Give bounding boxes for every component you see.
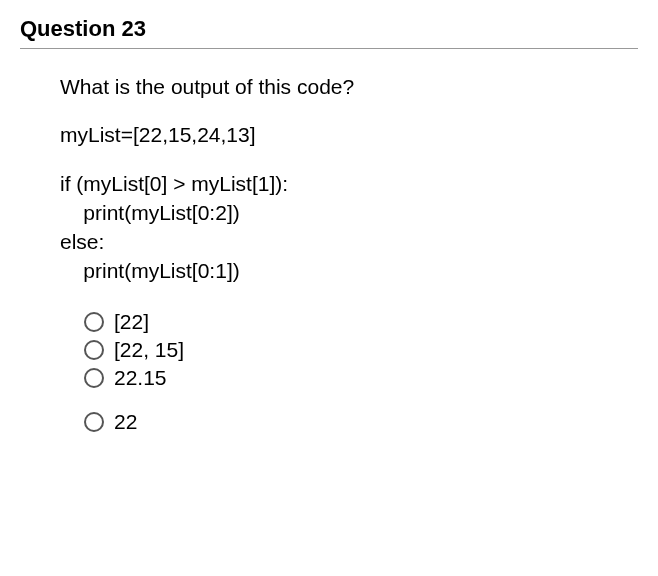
option-c[interactable]: 22.15 (84, 366, 638, 390)
option-label: [22] (114, 310, 149, 334)
code-line: myList=[22,15,24,13] (60, 121, 638, 150)
option-label: 22 (114, 410, 137, 434)
code-line: else: (60, 228, 638, 257)
radio-icon (84, 412, 104, 432)
option-d[interactable]: 22 (84, 410, 638, 434)
option-label: [22, 15] (114, 338, 184, 362)
options-group: [22] [22, 15] 22.15 22 (60, 310, 638, 434)
option-b[interactable]: [22, 15] (84, 338, 638, 362)
option-a[interactable]: [22] (84, 310, 638, 334)
code-line: if (myList[0] > myList[1]): (60, 170, 638, 199)
code-block: myList=[22,15,24,13] if (myList[0] > myL… (60, 121, 638, 286)
question-header: Question 23 (20, 16, 638, 49)
question-body: What is the output of this code? myList=… (20, 75, 638, 434)
code-line: print(myList[0:2]) (60, 199, 638, 228)
radio-icon (84, 368, 104, 388)
radio-icon (84, 312, 104, 332)
radio-icon (84, 340, 104, 360)
code-line: print(myList[0:1]) (60, 257, 638, 286)
question-prompt: What is the output of this code? (60, 75, 638, 99)
option-label: 22.15 (114, 366, 167, 390)
